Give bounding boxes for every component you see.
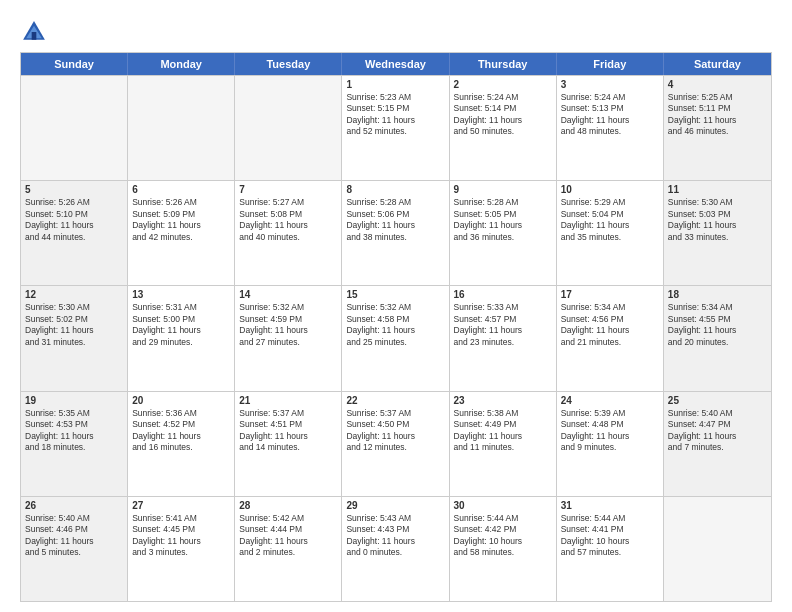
cell-line-0: Sunrise: 5:25 AM — [668, 92, 767, 103]
day-number-13: 13 — [132, 289, 230, 300]
day-number-15: 15 — [346, 289, 444, 300]
cell-line-0: Sunrise: 5:37 AM — [346, 408, 444, 419]
cell-line-0: Sunrise: 5:40 AM — [25, 513, 123, 524]
day-number-9: 9 — [454, 184, 552, 195]
day-number-16: 16 — [454, 289, 552, 300]
cell-line-0: Sunrise: 5:31 AM — [132, 302, 230, 313]
day-cell-9: 9Sunrise: 5:28 AMSunset: 5:05 PMDaylight… — [450, 181, 557, 285]
day-number-31: 31 — [561, 500, 659, 511]
cell-line-1: Sunset: 4:59 PM — [239, 314, 337, 325]
day-number-2: 2 — [454, 79, 552, 90]
logo-icon — [20, 18, 48, 46]
day-number-11: 11 — [668, 184, 767, 195]
cell-line-0: Sunrise: 5:39 AM — [561, 408, 659, 419]
cell-line-0: Sunrise: 5:26 AM — [25, 197, 123, 208]
day-cell-5: 5Sunrise: 5:26 AMSunset: 5:10 PMDaylight… — [21, 181, 128, 285]
day-number-30: 30 — [454, 500, 552, 511]
cell-line-0: Sunrise: 5:29 AM — [561, 197, 659, 208]
day-cell-7: 7Sunrise: 5:27 AMSunset: 5:08 PMDaylight… — [235, 181, 342, 285]
calendar-row-4: 26Sunrise: 5:40 AMSunset: 4:46 PMDayligh… — [21, 496, 771, 601]
cell-line-3: and 14 minutes. — [239, 442, 337, 453]
day-cell-14: 14Sunrise: 5:32 AMSunset: 4:59 PMDayligh… — [235, 286, 342, 390]
cell-line-2: Daylight: 11 hours — [454, 325, 552, 336]
day-cell-27: 27Sunrise: 5:41 AMSunset: 4:45 PMDayligh… — [128, 497, 235, 601]
day-cell-17: 17Sunrise: 5:34 AMSunset: 4:56 PMDayligh… — [557, 286, 664, 390]
cell-line-3: and 48 minutes. — [561, 126, 659, 137]
cell-line-2: Daylight: 11 hours — [132, 536, 230, 547]
day-cell-25: 25Sunrise: 5:40 AMSunset: 4:47 PMDayligh… — [664, 392, 771, 496]
day-cell-28: 28Sunrise: 5:42 AMSunset: 4:44 PMDayligh… — [235, 497, 342, 601]
cell-line-3: and 9 minutes. — [561, 442, 659, 453]
cell-line-2: Daylight: 11 hours — [561, 325, 659, 336]
day-number-29: 29 — [346, 500, 444, 511]
cell-line-2: Daylight: 11 hours — [454, 115, 552, 126]
day-cell-30: 30Sunrise: 5:44 AMSunset: 4:42 PMDayligh… — [450, 497, 557, 601]
cell-line-1: Sunset: 5:10 PM — [25, 209, 123, 220]
cell-line-3: and 16 minutes. — [132, 442, 230, 453]
day-number-22: 22 — [346, 395, 444, 406]
calendar-row-3: 19Sunrise: 5:35 AMSunset: 4:53 PMDayligh… — [21, 391, 771, 496]
cell-line-1: Sunset: 4:50 PM — [346, 419, 444, 430]
cell-line-3: and 44 minutes. — [25, 232, 123, 243]
cell-line-0: Sunrise: 5:35 AM — [25, 408, 123, 419]
day-cell-3: 3Sunrise: 5:24 AMSunset: 5:13 PMDaylight… — [557, 76, 664, 180]
cell-line-2: Daylight: 11 hours — [454, 431, 552, 442]
empty-cell-r4c6 — [664, 497, 771, 601]
cell-line-0: Sunrise: 5:23 AM — [346, 92, 444, 103]
cell-line-2: Daylight: 11 hours — [346, 536, 444, 547]
cell-line-0: Sunrise: 5:44 AM — [561, 513, 659, 524]
day-number-23: 23 — [454, 395, 552, 406]
weekday-header-saturday: Saturday — [664, 53, 771, 75]
cell-line-0: Sunrise: 5:26 AM — [132, 197, 230, 208]
weekday-header-friday: Friday — [557, 53, 664, 75]
calendar-row-2: 12Sunrise: 5:30 AMSunset: 5:02 PMDayligh… — [21, 285, 771, 390]
cell-line-2: Daylight: 11 hours — [25, 536, 123, 547]
cell-line-2: Daylight: 11 hours — [132, 325, 230, 336]
day-number-1: 1 — [346, 79, 444, 90]
cell-line-2: Daylight: 11 hours — [668, 431, 767, 442]
day-cell-31: 31Sunrise: 5:44 AMSunset: 4:41 PMDayligh… — [557, 497, 664, 601]
cell-line-3: and 5 minutes. — [25, 547, 123, 558]
cell-line-1: Sunset: 4:58 PM — [346, 314, 444, 325]
day-cell-2: 2Sunrise: 5:24 AMSunset: 5:14 PMDaylight… — [450, 76, 557, 180]
cell-line-3: and 46 minutes. — [668, 126, 767, 137]
cell-line-3: and 27 minutes. — [239, 337, 337, 348]
day-cell-16: 16Sunrise: 5:33 AMSunset: 4:57 PMDayligh… — [450, 286, 557, 390]
calendar-row-0: 1Sunrise: 5:23 AMSunset: 5:15 PMDaylight… — [21, 75, 771, 180]
weekday-header-sunday: Sunday — [21, 53, 128, 75]
day-number-26: 26 — [25, 500, 123, 511]
calendar: SundayMondayTuesdayWednesdayThursdayFrid… — [20, 52, 772, 602]
day-cell-20: 20Sunrise: 5:36 AMSunset: 4:52 PMDayligh… — [128, 392, 235, 496]
empty-cell-r0c0 — [21, 76, 128, 180]
svg-rect-2 — [32, 32, 37, 40]
day-cell-10: 10Sunrise: 5:29 AMSunset: 5:04 PMDayligh… — [557, 181, 664, 285]
cell-line-2: Daylight: 11 hours — [668, 115, 767, 126]
cell-line-3: and 25 minutes. — [346, 337, 444, 348]
cell-line-1: Sunset: 4:45 PM — [132, 524, 230, 535]
day-cell-29: 29Sunrise: 5:43 AMSunset: 4:43 PMDayligh… — [342, 497, 449, 601]
logo — [20, 18, 52, 46]
cell-line-1: Sunset: 4:55 PM — [668, 314, 767, 325]
cell-line-1: Sunset: 4:42 PM — [454, 524, 552, 535]
cell-line-0: Sunrise: 5:40 AM — [668, 408, 767, 419]
empty-cell-r0c1 — [128, 76, 235, 180]
cell-line-1: Sunset: 5:04 PM — [561, 209, 659, 220]
cell-line-0: Sunrise: 5:44 AM — [454, 513, 552, 524]
cell-line-3: and 36 minutes. — [454, 232, 552, 243]
day-number-21: 21 — [239, 395, 337, 406]
cell-line-2: Daylight: 11 hours — [561, 220, 659, 231]
day-number-14: 14 — [239, 289, 337, 300]
cell-line-1: Sunset: 4:52 PM — [132, 419, 230, 430]
cell-line-3: and 52 minutes. — [346, 126, 444, 137]
empty-cell-r0c2 — [235, 76, 342, 180]
cell-line-1: Sunset: 5:06 PM — [346, 209, 444, 220]
cell-line-0: Sunrise: 5:24 AM — [561, 92, 659, 103]
day-cell-21: 21Sunrise: 5:37 AMSunset: 4:51 PMDayligh… — [235, 392, 342, 496]
cell-line-2: Daylight: 11 hours — [239, 431, 337, 442]
day-number-12: 12 — [25, 289, 123, 300]
weekday-header-tuesday: Tuesday — [235, 53, 342, 75]
weekday-header-monday: Monday — [128, 53, 235, 75]
calendar-row-1: 5Sunrise: 5:26 AMSunset: 5:10 PMDaylight… — [21, 180, 771, 285]
cell-line-1: Sunset: 5:00 PM — [132, 314, 230, 325]
day-cell-4: 4Sunrise: 5:25 AMSunset: 5:11 PMDaylight… — [664, 76, 771, 180]
